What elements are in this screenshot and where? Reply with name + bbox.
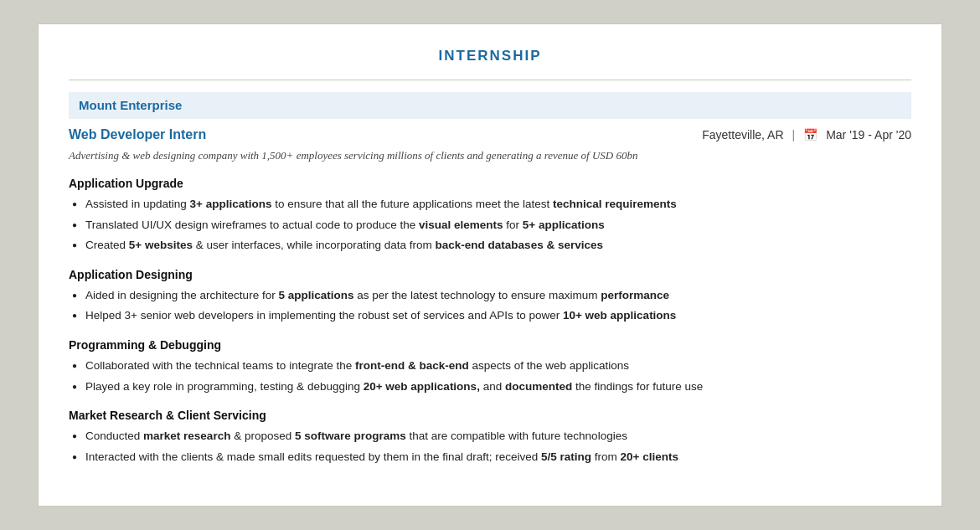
resume-card: INTERNSHIP Mount Enterprise Web Develope… xyxy=(38,23,942,507)
job-date-range: Mar '19 - Apr '20 xyxy=(826,128,911,142)
calendar-icon: 📅 xyxy=(803,128,818,142)
bullet-list-1: Aided in designing the architecture for … xyxy=(69,286,911,325)
company-description: Advertising & web designing company with… xyxy=(69,147,911,164)
subsection-2: Programming & DebuggingCollaborated with… xyxy=(69,338,911,395)
subsection-3: Market Research & Client ServicingConduc… xyxy=(69,409,911,466)
job-meta: Fayetteville, AR | 📅 Mar '19 - Apr '20 xyxy=(702,128,911,142)
bullet-list-3: Conducted market research & proposed 5 s… xyxy=(69,427,911,466)
list-item: Collaborated with the technical teams to… xyxy=(69,357,911,375)
subsections-container: Application UpgradeAssisted in updating … xyxy=(69,177,911,466)
list-item: Created 5+ websites & user interfaces, w… xyxy=(69,236,911,255)
job-title: Web Developer Intern xyxy=(69,127,206,142)
list-item: Conducted market research & proposed 5 s… xyxy=(69,427,911,445)
list-item: Translated UI/UX design wireframes to ac… xyxy=(69,216,911,234)
subsection-title-0: Application Upgrade xyxy=(69,177,911,190)
meta-separator: | xyxy=(792,128,796,142)
list-item: Interacted with the clients & made small… xyxy=(69,448,911,466)
top-divider xyxy=(69,80,911,80)
subsection-0: Application UpgradeAssisted in updating … xyxy=(69,177,911,255)
company-header: Mount Enterprise xyxy=(69,92,911,119)
list-item: Helped 3+ senior web developers in imple… xyxy=(69,306,911,325)
subsection-title-3: Market Research & Client Servicing xyxy=(69,409,911,422)
list-item: Aided in designing the architecture for … xyxy=(69,286,911,305)
subsection-title-1: Application Designing xyxy=(69,268,911,281)
bullet-list-0: Assisted in updating 3+ applications to … xyxy=(69,195,911,255)
list-item: Played a key role in programming, testin… xyxy=(69,378,911,396)
job-title-row: Web Developer Intern Fayetteville, AR | … xyxy=(69,127,911,142)
subsection-title-2: Programming & Debugging xyxy=(69,338,911,352)
bullet-list-2: Collaborated with the technical teams to… xyxy=(69,357,911,395)
list-item: Assisted in updating 3+ applications to … xyxy=(69,195,911,214)
subsection-1: Application DesigningAided in designing … xyxy=(69,268,911,325)
company-name: Mount Enterprise xyxy=(79,98,182,112)
section-title: INTERNSHIP xyxy=(69,48,911,64)
job-location: Fayetteville, AR xyxy=(702,128,783,142)
